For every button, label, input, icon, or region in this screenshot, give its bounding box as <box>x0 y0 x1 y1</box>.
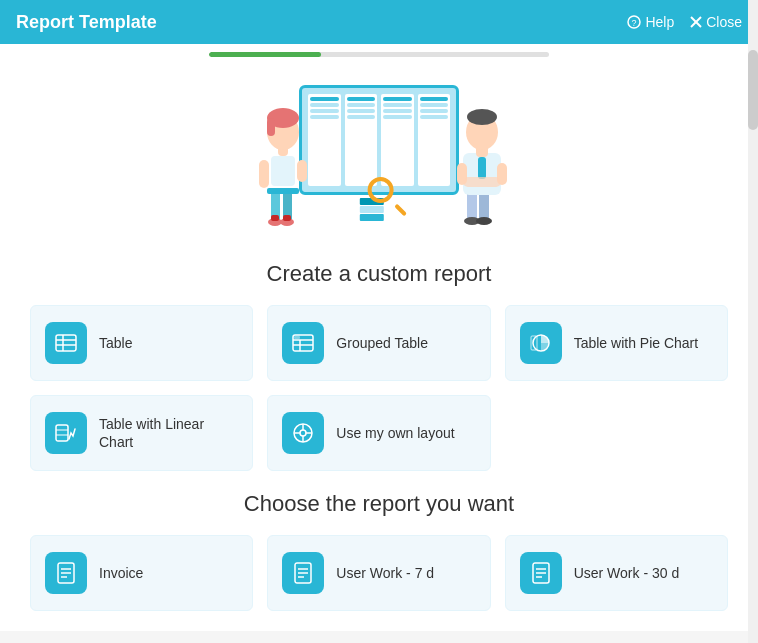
header-actions: ? Help Close <box>627 14 742 30</box>
magnifier-graphic <box>368 177 406 215</box>
report-card-invoice[interactable]: Invoice <box>30 535 253 611</box>
close-button[interactable]: Close <box>690 14 742 30</box>
report-card-user-work-30d-label: User Work - 30 d <box>574 564 680 582</box>
svg-point-22 <box>476 217 492 225</box>
linear-chart-icon <box>45 412 87 454</box>
svg-rect-16 <box>267 188 299 194</box>
section1-title: Create a custom report <box>30 261 728 287</box>
user-work-7d-icon <box>282 552 324 594</box>
svg-rect-20 <box>479 191 489 221</box>
report-card-user-work-7d-label: User Work - 7 d <box>336 564 434 582</box>
section2-title: Choose the report you want <box>30 491 728 517</box>
template-card-linear[interactable]: Table with Linear Chart <box>30 395 253 471</box>
template-card-pie[interactable]: Table with Pie Chart <box>505 305 728 381</box>
svg-rect-9 <box>271 156 295 186</box>
template-grid-row1: Table Grouped Table <box>30 305 728 381</box>
template-card-grouped-label: Grouped Table <box>336 334 428 352</box>
person-right-graphic <box>457 105 507 225</box>
svg-rect-11 <box>297 160 307 182</box>
help-button[interactable]: ? Help <box>627 14 674 30</box>
table-icon <box>45 322 87 364</box>
scrollbar[interactable] <box>748 0 758 643</box>
template-card-table-label: Table <box>99 334 132 352</box>
progress-track <box>209 52 549 57</box>
svg-rect-31 <box>56 335 76 351</box>
svg-point-46 <box>300 430 306 436</box>
progress-bar-container <box>0 44 758 60</box>
help-icon: ? <box>627 15 641 29</box>
svg-rect-15 <box>267 118 275 136</box>
illustration-container <box>249 80 509 225</box>
template-card-linear-label: Table with Linear Chart <box>99 415 238 451</box>
report-grid: Invoice User Work - 7 d <box>30 535 728 611</box>
person-left-graphic <box>257 100 309 225</box>
template-card-table[interactable]: Table <box>30 305 253 381</box>
svg-text:?: ? <box>632 18 637 28</box>
svg-rect-24 <box>478 157 486 179</box>
svg-rect-10 <box>259 160 269 188</box>
layout-icon <box>282 412 324 454</box>
template-grid-empty <box>505 395 728 471</box>
svg-rect-18 <box>283 215 291 221</box>
template-grid-row2: Table with Linear Chart Use my own layou… <box>30 395 728 471</box>
template-card-grouped-table[interactable]: Grouped Table <box>267 305 490 381</box>
template-card-layout[interactable]: Use my own layout <box>267 395 490 471</box>
template-card-layout-label: Use my own layout <box>336 424 454 442</box>
close-icon <box>690 16 702 28</box>
svg-rect-42 <box>56 425 68 441</box>
svg-rect-39 <box>294 336 300 339</box>
app-title: Report Template <box>16 12 157 33</box>
report-card-user-work-30d[interactable]: User Work - 30 d <box>505 535 728 611</box>
scrollbar-thumb[interactable] <box>748 50 758 130</box>
svg-rect-19 <box>467 191 477 221</box>
pie-chart-icon <box>520 322 562 364</box>
progress-fill <box>209 52 321 57</box>
template-card-pie-label: Table with Pie Chart <box>574 334 699 352</box>
report-card-invoice-label: Invoice <box>99 564 143 582</box>
grouped-table-icon <box>282 322 324 364</box>
svg-rect-27 <box>463 177 501 187</box>
main-content: Create a custom report Table <box>0 235 758 631</box>
invoice-icon <box>45 552 87 594</box>
header: Report Template ? Help Close <box>0 0 758 44</box>
hero-illustration <box>0 60 758 235</box>
svg-point-30 <box>467 109 497 125</box>
user-work-30d-icon <box>520 552 562 594</box>
svg-rect-17 <box>271 215 279 221</box>
report-card-user-work-7d[interactable]: User Work - 7 d <box>267 535 490 611</box>
